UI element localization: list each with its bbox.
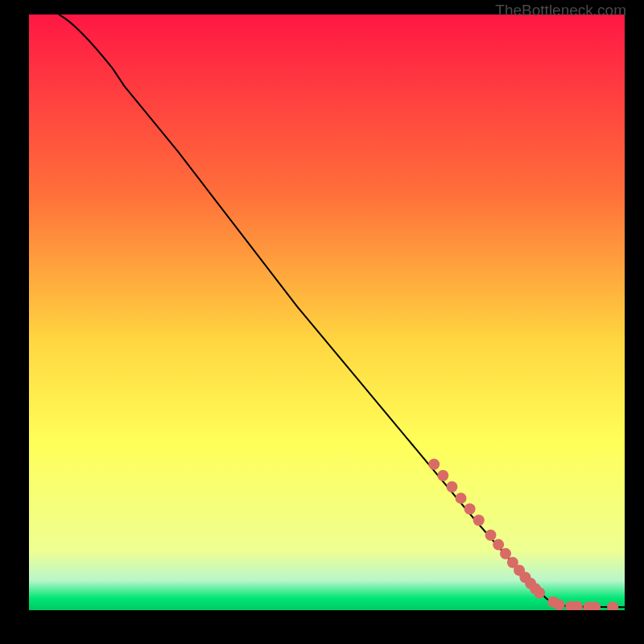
- chart-marker: [456, 493, 467, 504]
- chart-marker: [534, 588, 545, 599]
- chart-marker: [446, 481, 457, 493]
- chart-container: [29, 14, 625, 610]
- chart-marker: [493, 539, 504, 551]
- watermark-text: TheBottleneck.com: [495, 2, 626, 19]
- chart-marker: [500, 548, 511, 559]
- chart-marker: [554, 599, 565, 610]
- chart-marker: [473, 514, 485, 526]
- chart-marker: [464, 503, 476, 514]
- chart-marker: [428, 459, 440, 470]
- chart-background: [29, 14, 625, 610]
- chart-marker: [485, 530, 497, 541]
- chart-plot: [29, 14, 625, 610]
- chart-marker: [437, 470, 448, 481]
